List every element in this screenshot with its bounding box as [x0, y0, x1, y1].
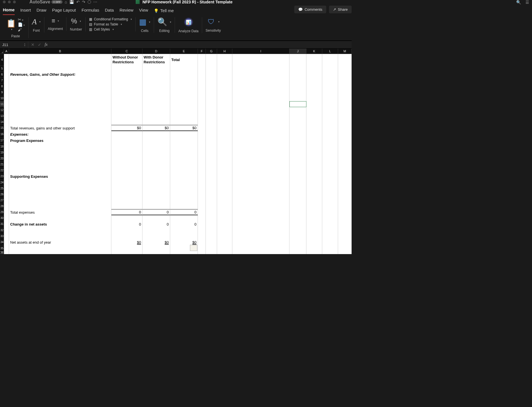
cell-C12[interactable] [111, 107, 142, 113]
cell-M26[interactable] [338, 191, 352, 197]
cell-L25[interactable] [322, 185, 338, 191]
cell-G31[interactable] [206, 221, 217, 227]
row-header-20[interactable]: 20 [0, 155, 4, 161]
cell-L18[interactable] [322, 144, 338, 150]
col-header-L[interactable]: L [322, 49, 338, 54]
cell-L11[interactable] [322, 101, 338, 107]
cell-E13[interactable] [170, 113, 198, 119]
cell-C6[interactable] [111, 72, 142, 77]
cell-I17[interactable] [232, 137, 289, 144]
cell-H34[interactable] [217, 239, 232, 245]
cell-C9[interactable] [111, 89, 142, 95]
cell-M28[interactable] [338, 203, 352, 209]
cell-M30[interactable] [338, 215, 352, 221]
cell-D14[interactable] [142, 119, 170, 125]
cell-M11[interactable] [338, 101, 352, 107]
enter-formula-icon[interactable]: ✓ [38, 42, 41, 47]
paste-icon[interactable]: 📋 [6, 19, 16, 28]
row-header-12[interactable]: 12 [0, 107, 4, 113]
cell-M36[interactable] [338, 251, 352, 254]
cell-L36[interactable] [322, 251, 338, 254]
cell-M34[interactable] [338, 239, 352, 245]
cell-K21[interactable] [306, 161, 322, 167]
col-header-E[interactable]: E [170, 49, 198, 54]
cell-L19[interactable] [322, 150, 338, 155]
cell-L12[interactable] [322, 107, 338, 113]
cell-C29[interactable]: 0 [111, 209, 142, 215]
cell-M10[interactable] [338, 95, 352, 101]
cell-E21[interactable] [170, 161, 198, 167]
cell-D35[interactable] [142, 245, 170, 251]
cell-F13[interactable] [198, 113, 206, 119]
row-header-8[interactable]: 8 [0, 83, 4, 89]
cell-B31[interactable]: Change in net assets [9, 221, 111, 227]
cell-F30[interactable] [198, 215, 206, 221]
cell-J13[interactable] [289, 113, 306, 119]
comments-button[interactable]: 💬 Comments [294, 6, 326, 13]
cell-B29[interactable]: Total expenses [9, 209, 111, 215]
cell-B15[interactable]: Total revenues, gains and other support [9, 125, 111, 131]
cell-A36[interactable] [4, 251, 9, 254]
cell-E32[interactable] [170, 227, 198, 233]
cell-D4[interactable]: With Donor Restrictions [142, 54, 170, 66]
cell-H4[interactable] [217, 54, 232, 66]
cell-E4[interactable]: Total [170, 54, 198, 66]
cell-L17[interactable] [322, 137, 338, 144]
tab-formulas[interactable]: Formulas [81, 7, 99, 15]
name-box-stepper[interactable]: ▲▼ [24, 43, 26, 47]
cell-G23[interactable] [206, 173, 217, 179]
tab-home[interactable]: Home [3, 6, 15, 15]
cell-A33[interactable] [4, 233, 9, 239]
cell-K13[interactable] [306, 113, 322, 119]
cell-G32[interactable] [206, 227, 217, 233]
cell-H32[interactable] [217, 227, 232, 233]
cell-A15[interactable] [4, 125, 9, 131]
cell-A16[interactable] [4, 131, 9, 137]
cell-E19[interactable] [170, 150, 198, 155]
cell-D29[interactable]: 0 [142, 209, 170, 215]
cell-D5[interactable] [142, 66, 170, 72]
cell-D17[interactable] [142, 137, 170, 144]
cell-G16[interactable] [206, 131, 217, 137]
cell-G25[interactable] [206, 185, 217, 191]
cell-F12[interactable] [198, 107, 206, 113]
cell-D21[interactable] [142, 161, 170, 167]
row-header-24[interactable]: 24 [0, 179, 4, 185]
cell-F33[interactable] [198, 233, 206, 239]
cell-A23[interactable] [4, 173, 9, 179]
cell-H10[interactable] [217, 95, 232, 101]
cell-K7[interactable] [306, 77, 322, 83]
cell-E12[interactable] [170, 107, 198, 113]
cells-icon[interactable]: ▦ [139, 17, 146, 27]
cell-G35[interactable] [206, 245, 217, 251]
cell-D19[interactable] [142, 150, 170, 155]
cell-M7[interactable] [338, 77, 352, 83]
cell-H29[interactable] [217, 209, 232, 215]
cell-D33[interactable] [142, 233, 170, 239]
cut-icon[interactable]: ✂▾ [18, 17, 23, 22]
cell-E33[interactable] [170, 233, 198, 239]
cell-M15[interactable] [338, 125, 352, 131]
cell-H25[interactable] [217, 185, 232, 191]
cell-B20[interactable] [9, 155, 111, 161]
cell-C35[interactable] [111, 245, 142, 251]
cell-F6[interactable] [198, 72, 206, 77]
cell-B16[interactable]: Expenses: [9, 131, 111, 137]
cell-H31[interactable] [217, 221, 232, 227]
cell-I14[interactable] [232, 119, 289, 125]
cell-L14[interactable] [322, 119, 338, 125]
cell-J21[interactable] [289, 161, 306, 167]
cell-D10[interactable] [142, 95, 170, 101]
col-header-B[interactable]: B [9, 49, 111, 54]
redo-icon[interactable]: ↷ [82, 0, 85, 4]
cell-J9[interactable] [289, 89, 306, 95]
cell-B28[interactable] [9, 203, 111, 209]
cell-E9[interactable] [170, 89, 198, 95]
cell-G36[interactable] [206, 251, 217, 254]
cell-I10[interactable] [232, 95, 289, 101]
cell-H7[interactable] [217, 77, 232, 83]
cell-G28[interactable] [206, 203, 217, 209]
cell-A9[interactable] [4, 89, 9, 95]
cell-J20[interactable] [289, 155, 306, 161]
cell-M5[interactable] [338, 66, 352, 72]
